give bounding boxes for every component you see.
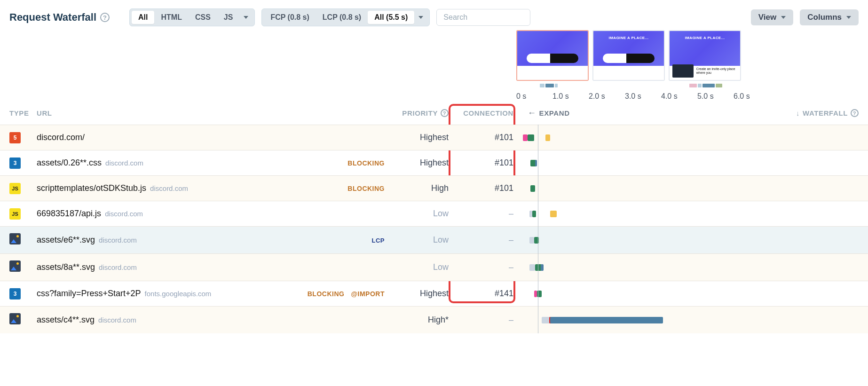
table-row[interactable]: JSscripttemplates/otSDKStub.jsdiscord.co… <box>0 175 868 201</box>
filmstrip-thumb[interactable]: IMAGINE A PLACE... Create an invite-only… <box>669 30 741 81</box>
table-row[interactable]: assets/e6**.svgdiscord.comLCPLow– <box>0 226 868 253</box>
ruler-tick: 1.0 s <box>552 92 589 101</box>
timing-bar <box>545 134 550 141</box>
request-priority: High* <box>428 315 449 325</box>
request-connection: – <box>509 235 513 244</box>
title-wrap: Request Waterfall ? <box>9 11 110 24</box>
table-row[interactable]: 3css?family=Press+Start+2Pfonts.googleap… <box>0 281 868 306</box>
timing-fcp[interactable]: FCP (0.8 s) <box>264 11 316 24</box>
timing-filter[interactable]: FCP (0.8 s) LCP (0.8 s) All (5.5 s) <box>261 8 430 26</box>
type-filter-css[interactable]: CSS <box>189 11 217 24</box>
request-tag: BLOCKING <box>308 290 345 298</box>
timing-bar <box>541 264 544 271</box>
columns-button[interactable]: Columns <box>800 9 859 25</box>
request-url: scripttemplates/otSDKStub.js <box>37 183 146 193</box>
col-header-url[interactable]: URL <box>37 109 291 117</box>
filmstrip: IMAGINE A PLACE... IMAGINE A PLACE... Cr… <box>516 30 859 81</box>
timing-bar <box>529 264 535 271</box>
table-row[interactable]: 3assets/0.26**.cssdiscord.comBLOCKINGHig… <box>0 150 868 175</box>
view-button[interactable]: View <box>751 9 793 25</box>
topbar: Request Waterfall ? All HTML CSS JS FCP … <box>0 0 868 30</box>
request-tag: BLOCKING <box>347 185 385 192</box>
search-input[interactable] <box>436 9 530 26</box>
table-row[interactable]: 5discord.com/Highest#101 <box>0 125 868 150</box>
request-connection: #101 <box>495 183 513 193</box>
waterfall-cell <box>523 159 859 167</box>
chevron-down-icon <box>244 16 248 19</box>
chevron-down-icon <box>781 16 786 19</box>
timing-all[interactable]: All (5.5 s) <box>368 11 414 24</box>
request-tag: BLOCKING <box>347 159 385 167</box>
waterfall-cell <box>523 134 859 142</box>
col-header-type[interactable]: TYPE <box>9 109 37 117</box>
filmstrip-minibar <box>516 84 859 88</box>
request-url: discord.com/ <box>37 133 85 142</box>
timing-filter-more[interactable] <box>414 16 427 19</box>
help-icon[interactable]: ? <box>441 109 449 117</box>
priority-label: PRIORITY <box>402 109 438 117</box>
request-host: discord.com <box>99 236 137 244</box>
table-row[interactable]: JS669835187/api.jsdiscord.comLow– <box>0 201 868 226</box>
filmstrip-thumb[interactable]: IMAGINE A PLACE... <box>592 30 665 81</box>
request-priority: High <box>431 183 449 193</box>
help-icon[interactable]: ? <box>851 109 859 117</box>
timing-bar <box>529 237 534 244</box>
html-icon: 5 <box>9 132 21 143</box>
request-url: assets/c4**.svg <box>37 315 95 324</box>
request-connection: #141 <box>495 289 513 298</box>
timing-bar <box>528 134 534 141</box>
request-priority: Low <box>433 235 449 245</box>
timing-bar <box>550 317 663 323</box>
waterfall-cell <box>523 316 859 324</box>
request-url: assets/e6**.svg <box>37 235 95 244</box>
table-row[interactable]: assets/c4**.svgdiscord.comHigh*– <box>0 306 868 333</box>
request-priority: Low <box>433 262 449 272</box>
ruler-tick: 0 s <box>516 92 552 101</box>
img-icon <box>9 233 21 244</box>
css-icon: 3 <box>9 288 21 299</box>
table-row[interactable]: assets/8a**.svgdiscord.comLow– <box>0 253 868 281</box>
ruler-tick: 4.0 s <box>661 92 697 101</box>
filmstrip-thumb[interactable] <box>516 30 589 81</box>
request-connection: – <box>509 262 513 272</box>
waterfall-cell <box>523 290 859 298</box>
request-tag: @IMPORT <box>351 290 385 298</box>
timing-bar <box>550 211 557 217</box>
timing-bar <box>532 211 536 217</box>
expand-button[interactable]: ← EXPAND <box>528 108 570 118</box>
ruler-tick: 3.0 s <box>625 92 661 101</box>
type-filter-more[interactable] <box>239 16 253 19</box>
timing-bar <box>523 134 528 141</box>
request-url: assets/0.26**.css <box>37 158 102 167</box>
col-header-priority[interactable]: PRIORITY ? <box>385 109 449 117</box>
request-connection: #101 <box>495 133 513 142</box>
request-connection: – <box>509 315 513 324</box>
timing-lcp[interactable]: LCP (0.8 s) <box>316 11 368 24</box>
ruler-tick: 2.0 s <box>589 92 625 101</box>
waterfall-cell <box>523 263 859 272</box>
type-filter-js[interactable]: JS <box>217 11 240 24</box>
waterfall-cell <box>523 236 859 244</box>
img-icon <box>9 313 21 324</box>
chevron-down-icon <box>846 16 851 19</box>
request-url: css?family=Press+Start+2P <box>37 289 141 298</box>
help-icon[interactable]: ? <box>100 13 110 22</box>
ruler-tick: 5.0 s <box>697 92 734 101</box>
request-url: assets/8a**.svg <box>37 262 95 272</box>
arrow-down-icon <box>796 109 800 117</box>
filmstrip-area: IMAGINE A PLACE... IMAGINE A PLACE... Cr… <box>0 30 868 101</box>
type-filter-all[interactable]: All <box>132 11 154 24</box>
css-icon: 3 <box>9 158 21 169</box>
waterfall-label: WATERFALL <box>803 109 848 117</box>
request-priority: Highest <box>420 289 449 299</box>
request-host: fonts.googleapis.com <box>145 290 212 298</box>
ruler-tick: 6.0 s <box>734 92 770 101</box>
request-priority: Highest <box>420 133 449 142</box>
arrow-left-icon: ← <box>528 108 537 118</box>
request-host: discord.com <box>150 184 188 192</box>
type-filter-html[interactable]: HTML <box>154 11 188 24</box>
type-filter[interactable]: All HTML CSS JS <box>129 8 255 26</box>
col-header-waterfall[interactable]: WATERFALL ? <box>796 109 859 117</box>
col-header-connection[interactable]: CONNECTION <box>449 109 523 117</box>
img-icon <box>9 260 21 272</box>
